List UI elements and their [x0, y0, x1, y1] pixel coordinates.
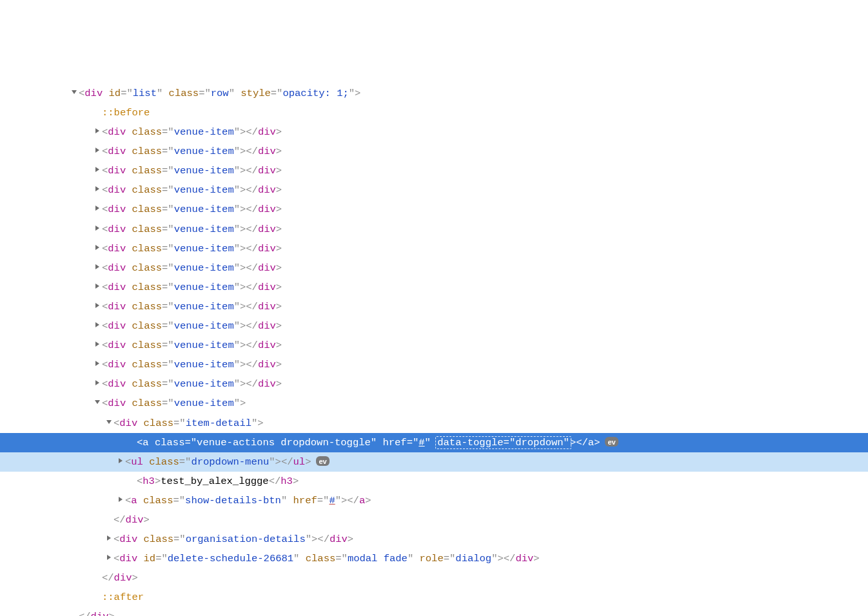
- dom-tree-row[interactable]: ::before: [0, 103, 868, 122]
- dom-tree-row[interactable]: </div>: [0, 607, 868, 616]
- svg-marker-10: [95, 303, 99, 308]
- dom-tree-row[interactable]: <div class="venue-item"></div>: [0, 278, 868, 297]
- dom-tree-row[interactable]: <div id="list" class="row" style="opacit…: [0, 84, 868, 103]
- dom-tree-row[interactable]: ::after: [0, 588, 868, 607]
- expand-toggle-icon[interactable]: [93, 316, 102, 335]
- svg-marker-6: [95, 226, 99, 231]
- dom-tree-row[interactable]: </div>: [0, 568, 868, 588]
- dom-tree-row[interactable]: <div class="venue-item"></div>: [0, 316, 868, 336]
- expand-toggle-icon[interactable]: [93, 199, 102, 218]
- expand-toggle-icon[interactable]: [93, 180, 102, 199]
- expand-toggle-icon[interactable]: [104, 413, 113, 432]
- expand-toggle-icon[interactable]: [93, 296, 102, 316]
- svg-marker-11: [95, 322, 99, 327]
- svg-marker-19: [107, 535, 111, 541]
- dom-tree-row[interactable]: <div id="delete-schedule-26681" class="m…: [0, 549, 868, 568]
- svg-marker-7: [95, 245, 99, 250]
- expand-toggle-icon[interactable]: [116, 452, 125, 471]
- expand-toggle-icon[interactable]: [93, 258, 102, 277]
- svg-marker-15: [95, 400, 100, 404]
- svg-marker-2: [95, 148, 99, 153]
- dom-tree-row[interactable]: <div class="venue-item"></div>: [0, 122, 868, 142]
- expand-toggle-icon[interactable]: [93, 219, 102, 238]
- dom-tree-row[interactable]: <div class="venue-item"></div>: [0, 220, 868, 239]
- dom-tree-row[interactable]: <div class="venue-item"></div>: [0, 258, 868, 278]
- expand-toggle-icon[interactable]: [104, 548, 113, 568]
- expand-toggle-icon[interactable]: [93, 160, 102, 180]
- dom-tree-row[interactable]: <div class="venue-item"></div>: [0, 180, 868, 200]
- expand-toggle-icon[interactable]: [104, 529, 113, 548]
- dom-tree-row[interactable]: <div class="item-detail">: [0, 414, 868, 433]
- expand-toggle-icon[interactable]: [93, 238, 102, 258]
- dom-tree-row[interactable]: <div class="venue-item"></div>: [0, 355, 868, 374]
- expand-toggle-icon[interactable]: [93, 393, 102, 412]
- svg-marker-16: [106, 420, 112, 424]
- dom-tree-row[interactable]: <div class="venue-item"></div>: [0, 142, 868, 161]
- dom-tree-row[interactable]: <div class="venue-item">: [0, 394, 868, 413]
- expand-toggle-icon[interactable]: [93, 277, 102, 296]
- expand-toggle-icon[interactable]: [93, 335, 102, 354]
- dom-tree-row[interactable]: <a class="venue-actions dropdown-toggle"…: [0, 433, 868, 452]
- expand-toggle-icon[interactable]: [116, 490, 125, 510]
- expand-toggle-icon[interactable]: [93, 374, 102, 393]
- dom-tree-row[interactable]: <div class="venue-item"></div>: [0, 297, 868, 316]
- dom-tree-row[interactable]: <div class="venue-item"></div>: [0, 374, 868, 394]
- dom-tree-row[interactable]: </div>: [0, 510, 868, 530]
- svg-marker-12: [95, 342, 99, 347]
- svg-marker-14: [95, 380, 99, 385]
- dom-tree-row[interactable]: <div class="venue-item"></div>: [0, 336, 868, 355]
- dom-tree-row[interactable]: <a class="show-details-btn" href="#"></a…: [0, 491, 868, 510]
- svg-marker-5: [95, 206, 99, 211]
- dom-tree-row[interactable]: <ul class="dropdown-menu"></ul>ev: [0, 452, 868, 472]
- expand-toggle-icon[interactable]: [93, 122, 102, 141]
- svg-marker-20: [107, 555, 111, 560]
- dom-tree-row[interactable]: <div class="venue-item"></div>: [0, 200, 868, 219]
- svg-marker-13: [95, 361, 99, 366]
- svg-marker-17: [119, 458, 123, 463]
- dom-tree-row[interactable]: <h3>test_by_alex_lggge</h3>: [0, 472, 868, 491]
- svg-marker-8: [95, 264, 99, 269]
- event-listener-badge[interactable]: ev: [316, 456, 329, 466]
- expand-toggle-icon[interactable]: [93, 141, 102, 160]
- dom-tree[interactable]: <div id="list" class="row" style="opacit…: [0, 84, 868, 616]
- expand-toggle-icon[interactable]: [70, 83, 79, 102]
- svg-marker-4: [95, 186, 99, 191]
- expand-toggle-icon[interactable]: [93, 354, 102, 374]
- svg-marker-18: [119, 497, 123, 502]
- svg-marker-0: [72, 90, 77, 94]
- dom-tree-row[interactable]: <div class="venue-item"></div>: [0, 239, 868, 258]
- svg-marker-1: [95, 128, 99, 133]
- svg-marker-3: [95, 167, 99, 172]
- dom-tree-row[interactable]: <div class="organisation-details"></div>: [0, 530, 868, 549]
- svg-marker-9: [95, 284, 99, 289]
- event-listener-badge[interactable]: ev: [605, 437, 618, 447]
- dom-tree-row[interactable]: <div class="venue-item"></div>: [0, 161, 868, 180]
